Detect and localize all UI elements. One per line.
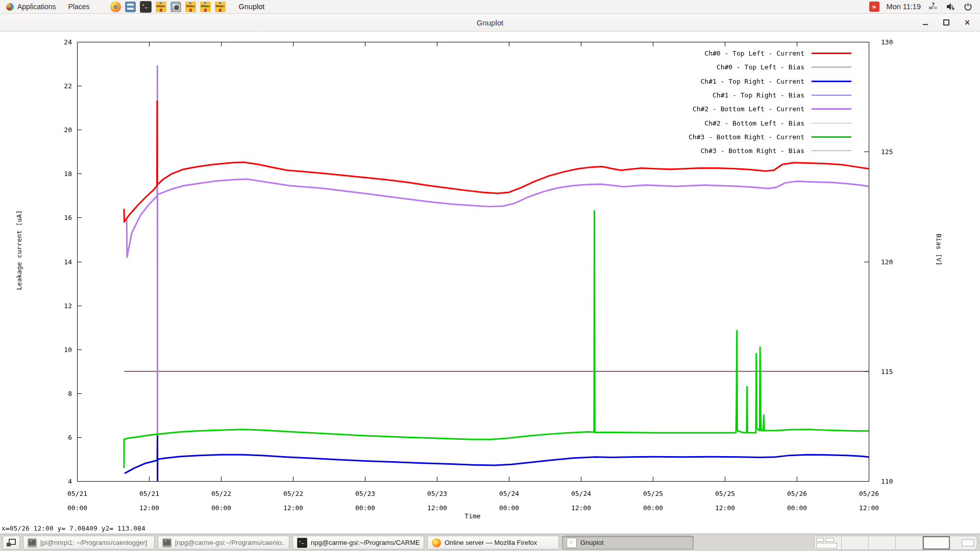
- workspace-2[interactable]: [842, 536, 869, 549]
- legend-item: Ch#1 - Top Right - Current: [689, 74, 851, 88]
- gnuplot-window: Leakage current [uA] Bias [V] Time Ch#0 …: [0, 31, 980, 534]
- terminal-window-icon: [162, 538, 172, 547]
- window-title-label: Gnuplot: [580, 539, 604, 546]
- workspace-3[interactable]: [869, 536, 896, 549]
- legend-line-sample: [812, 53, 851, 54]
- panel-tray: » Mon 11:19 ?: [869, 2, 980, 12]
- legend-line-sample: [812, 67, 851, 67]
- terminal-launcher-icon[interactable]: [140, 1, 152, 13]
- close-button[interactable]: ×: [964, 19, 971, 26]
- active-app-label: Gnuplot: [239, 3, 265, 11]
- legend-item: Ch#0 - Top Left - Current: [689, 46, 851, 60]
- midas-launcher-icon[interactable]: Midas: [156, 2, 166, 12]
- window-title-label: Online server — Mozilla Firefox: [445, 539, 537, 546]
- places-menu-label: Places: [68, 3, 90, 11]
- top-panel: Applications Places MidasMidasMidasMidas…: [0, 0, 980, 14]
- network-question-icon[interactable]: ?: [928, 2, 938, 12]
- applications-menu-icon: [6, 3, 14, 11]
- volume-muted-icon[interactable]: [945, 2, 955, 12]
- legend-item: Ch#2 - Bottom Left - Bias: [689, 116, 851, 130]
- minimize-button[interactable]: [922, 19, 929, 26]
- screenshot-launcher-icon[interactable]: [170, 2, 181, 12]
- legend-line-sample: [812, 95, 851, 95]
- gnuplot-window-icon: [567, 538, 577, 548]
- taskbar-buttons: [pi@nnrpi1: ~/Programs/caenlogger] [npg@…: [23, 536, 694, 549]
- clock[interactable]: Mon 11:19: [887, 3, 921, 11]
- workspace-1[interactable]: [815, 536, 842, 549]
- firefox-window-icon: [432, 538, 441, 547]
- workspace-4[interactable]: [896, 536, 923, 549]
- legend-item: Ch#2 - Bottom Left - Current: [689, 102, 851, 116]
- taskbar-window-button[interactable]: Gnuplot: [562, 536, 694, 549]
- taskbar-window-button[interactable]: Online server — Mozilla Firefox: [427, 536, 559, 549]
- taskbar: [pi@nnrpi1: ~/Programs/caenlogger] [npg@…: [0, 534, 980, 551]
- legend-line-sample: [812, 151, 851, 151]
- window-titlebar[interactable]: Gnuplot ×: [0, 13, 980, 32]
- workspace-switcher: [814, 536, 977, 550]
- window-controls: ×: [922, 14, 971, 31]
- panel-launchers: MidasMidasMidasMidas: [110, 1, 226, 13]
- taskbar-window-button[interactable]: npg@carme-gsi:~/Programs/CARME...: [292, 536, 424, 549]
- legend-line-sample: [812, 123, 851, 123]
- applications-menu[interactable]: Applications: [0, 0, 62, 13]
- terminal-dark-window-icon: [297, 538, 307, 548]
- taskbar-window-button[interactable]: [pi@nnrpi1: ~/Programs/caenlogger]: [23, 536, 155, 549]
- legend-item: Ch#0 - Top Left - Bias: [689, 60, 851, 74]
- y-axis-label: Leakage current [uA]: [15, 210, 23, 290]
- legend-label: Ch#2 - Bottom Left - Bias: [704, 119, 804, 127]
- window-title-label: [pi@nnrpi1: ~/Programs/caenlogger]: [40, 539, 147, 546]
- window-title: Gnuplot: [477, 18, 504, 27]
- legend-label: Ch#0 - Top Left - Current: [704, 49, 804, 57]
- legend-line-sample: [812, 136, 851, 138]
- legend-label: Ch#0 - Top Left - Bias: [717, 63, 804, 71]
- cursor-coordinates: x=05/26 12:00 y= 7.08409 y2= 113.084: [2, 524, 145, 532]
- files-launcher-icon[interactable]: [125, 2, 136, 12]
- legend-label: Ch#1 - Top Right - Bias: [713, 91, 804, 99]
- legend-item: Ch#3 - Bottom Right - Bias: [689, 144, 851, 158]
- legend-item: Ch#1 - Top Right - Bias: [689, 88, 851, 102]
- workspace-6[interactable]: [950, 536, 977, 549]
- legend-item: Ch#3 - Bottom Right - Current: [689, 130, 851, 144]
- plot-legend: Ch#0 - Top Left - CurrentCh#0 - Top Left…: [689, 46, 851, 158]
- show-desktop-button[interactable]: [3, 536, 20, 549]
- workspace-5[interactable]: [923, 536, 950, 549]
- y2-axis-label: Bias [V]: [935, 234, 943, 266]
- legend-line-sample: [812, 81, 851, 82]
- desktop: Applications Places MidasMidasMidasMidas…: [0, 0, 980, 551]
- legend-label: Ch#3 - Bottom Right - Current: [689, 133, 804, 141]
- midas-launcher-icon[interactable]: Midas: [215, 2, 226, 12]
- terminal-window-icon: [28, 538, 37, 547]
- legend-label: Ch#1 - Top Right - Current: [701, 78, 805, 85]
- power-icon[interactable]: [963, 2, 973, 12]
- maximize-button[interactable]: [943, 19, 950, 26]
- legend-label: Ch#2 - Bottom Left - Current: [693, 105, 804, 113]
- taskbar-window-button[interactable]: [npg@carme-gsi:~/Programs/caenlo...: [158, 536, 289, 549]
- message-badge-icon[interactable]: »: [869, 2, 879, 12]
- x-axis-label: Time: [447, 512, 498, 520]
- applications-menu-label: Applications: [17, 3, 56, 11]
- midas-launcher-icon[interactable]: Midas: [200, 2, 211, 12]
- svg-text:?: ?: [932, 2, 935, 8]
- places-menu[interactable]: Places: [62, 0, 96, 13]
- window-title-label: [npg@carme-gsi:~/Programs/caenlo...: [175, 539, 285, 546]
- legend-line-sample: [812, 108, 851, 110]
- legend-label: Ch#3 - Bottom Right - Bias: [701, 147, 805, 155]
- window-title-label: npg@carme-gsi:~/Programs/CARME...: [311, 539, 420, 546]
- firefox-launcher-icon[interactable]: [110, 2, 121, 12]
- midas-launcher-icon[interactable]: Midas: [185, 2, 196, 12]
